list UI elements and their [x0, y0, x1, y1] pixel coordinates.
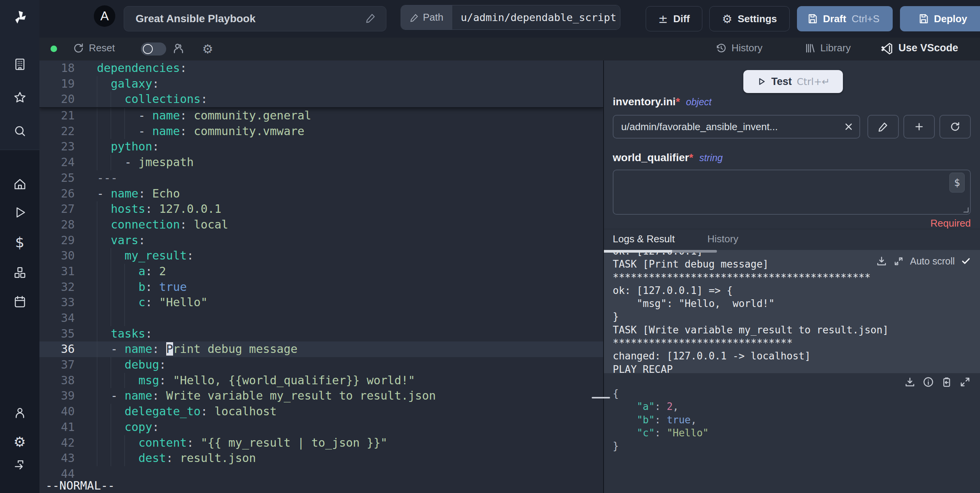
resources-icon[interactable]	[0, 263, 39, 282]
check-icon[interactable]	[961, 256, 971, 266]
tab-logs-result[interactable]: Logs & Result	[613, 233, 675, 245]
collaborators-button[interactable]	[172, 42, 185, 55]
editor-lines: 21 - name: community.general22 - name: c…	[39, 108, 603, 482]
runs-icon[interactable]	[0, 203, 39, 222]
code-line[interactable]: 30 my_result:	[39, 248, 603, 264]
use-vscode-button[interactable]: Use VScode	[881, 41, 958, 54]
info-icon[interactable]	[923, 376, 934, 388]
variables-icon[interactable]: $	[0, 233, 39, 251]
result-json: { "a": 2, "b": true, "c": "Hello"}	[613, 387, 980, 452]
logout-icon[interactable]	[0, 456, 39, 475]
code-line[interactable]: 31 a: 2	[39, 264, 603, 279]
clear-icon[interactable]	[843, 121, 854, 134]
play-icon	[13, 206, 27, 219]
textarea-resize-handle[interactable]	[963, 207, 969, 212]
refresh-resource-button[interactable]	[939, 115, 971, 139]
user-icon[interactable]	[0, 404, 39, 422]
expand-icon[interactable]	[959, 376, 971, 388]
logs-panel[interactable]: ok: [127.0.0.1] TASK [Print debug messag…	[604, 250, 980, 373]
code-line[interactable]: 22 - name: community.vmware	[39, 124, 603, 139]
pencil-icon	[878, 121, 888, 132]
code-line[interactable]: 37 debug:	[39, 357, 603, 373]
path-value: u/admin/dependable_script	[452, 5, 620, 29]
script-title-input[interactable]: Great Ansible Playbook	[124, 6, 386, 31]
workspace-icon[interactable]	[0, 55, 39, 73]
log-scrollbar[interactable]	[672, 250, 717, 253]
result-panel: { "a": 2, "b": true, "c": "Hello"}	[604, 373, 980, 493]
required-asterisk: *	[689, 152, 693, 164]
code-line[interactable]: 21 - name: community.general	[39, 108, 603, 124]
diff-button[interactable]: ± Diff	[646, 6, 702, 31]
code-line[interactable]: 28 connection: local	[39, 217, 603, 233]
diff-mode-toggle[interactable]	[141, 42, 166, 56]
code-line[interactable]: 35 tasks:	[39, 326, 603, 342]
code-line[interactable]: 40 delegate_to: localhost	[39, 404, 603, 420]
calendar-icon	[13, 295, 27, 309]
required-asterisk: *	[676, 96, 680, 108]
code-line[interactable]: 33 c: "Hello"	[39, 295, 603, 310]
inventory-resource-input[interactable]: u/admin/favorable_ansible_invent...	[613, 115, 860, 139]
code-line[interactable]: 38 msg: "Hello, {{world_qualifier}} worl…	[39, 373, 603, 389]
code-line[interactable]: 23 python:	[39, 139, 603, 155]
settings-icon[interactable]: ⚙	[0, 433, 39, 451]
page-title: Great Ansible Playbook	[136, 13, 365, 25]
code-line[interactable]: 24 - jmespath	[39, 155, 603, 170]
code-line[interactable]: 27 hosts: 127.0.0.1	[39, 201, 603, 217]
code-line[interactable]: 36 - name: Print debug message	[39, 341, 603, 357]
code-line[interactable]: 25---	[39, 170, 603, 186]
clipboard-copy-icon[interactable]	[941, 376, 952, 388]
library-button[interactable]: Library	[804, 42, 851, 54]
code-line[interactable]: 18dependencies:	[39, 60, 603, 76]
active-tab-indicator	[604, 250, 672, 253]
schedules-icon[interactable]	[0, 292, 39, 311]
library-books-icon	[804, 42, 816, 54]
deploy-button[interactable]: Deploy	[900, 6, 980, 31]
save-icon	[918, 13, 929, 24]
reset-button[interactable]: Reset	[73, 42, 115, 54]
code-line[interactable]: 32 b: true	[39, 279, 603, 295]
code-line[interactable]: 26- name: Echo	[39, 186, 603, 202]
star-icon	[13, 91, 27, 104]
code-editor[interactable]: 18dependencies:19 galaxy:20 collections:…	[39, 60, 603, 493]
code-line[interactable]: 29 vars:	[39, 233, 603, 248]
draft-shortcut: Ctrl+S	[852, 13, 880, 25]
pane-resize-handle[interactable]	[592, 397, 610, 398]
person-icon	[13, 406, 27, 420]
code-line[interactable]: 41 copy:	[39, 420, 603, 435]
add-resource-button[interactable]	[903, 115, 935, 139]
log-output: ok: [127.0.0.1] TASK [Print debug messag…	[613, 250, 980, 373]
code-line[interactable]: 42 content: "{{ my_result | to_json }}"	[39, 435, 603, 451]
draft-button[interactable]: Draft Ctrl+S	[797, 6, 893, 31]
download-icon[interactable]	[904, 376, 916, 388]
code-line[interactable]: 44	[39, 466, 603, 482]
code-line[interactable]: 39 - name: Write variable my_result to r…	[39, 388, 603, 404]
plus-icon	[914, 121, 924, 132]
test-button[interactable]: Test Ctrl+↵	[743, 70, 843, 93]
users-icon	[172, 42, 185, 55]
download-icon[interactable]	[876, 255, 887, 267]
autoscroll-label[interactable]: Auto scroll	[910, 256, 955, 267]
insert-variable-button[interactable]: $	[949, 173, 965, 193]
edit-title-icon[interactable]	[365, 13, 376, 25]
code-line[interactable]: 19 galaxy:	[39, 76, 603, 92]
path-edit-button[interactable]: Path	[401, 5, 452, 29]
field-type: string	[699, 152, 723, 163]
favorites-icon[interactable]	[0, 88, 39, 107]
code-line[interactable]: 20 collections:	[39, 91, 603, 107]
expand-icon[interactable]	[893, 256, 904, 266]
world-qualifier-textarea[interactable]: $	[613, 170, 971, 215]
log-toolbar: Auto scroll	[876, 255, 971, 267]
path-control[interactable]: Path u/admin/dependable_script	[401, 5, 620, 30]
code-line[interactable]: 34	[39, 310, 603, 326]
home-icon[interactable]	[0, 175, 39, 193]
history-button[interactable]: History	[715, 42, 762, 54]
edit-resource-button[interactable]	[867, 115, 899, 139]
settings-button[interactable]: ⚙ Settings	[709, 6, 790, 31]
editor-settings-button[interactable]: ⚙	[202, 42, 213, 56]
windmill-logo-icon[interactable]	[0, 6, 39, 29]
code-line[interactable]: 43 dest: result.json	[39, 451, 603, 466]
tab-history[interactable]: History	[707, 233, 738, 245]
search-icon[interactable]	[0, 122, 39, 140]
refresh-icon	[950, 121, 960, 132]
editor-sticky: 18dependencies:19 galaxy:20 collections:	[39, 60, 603, 108]
